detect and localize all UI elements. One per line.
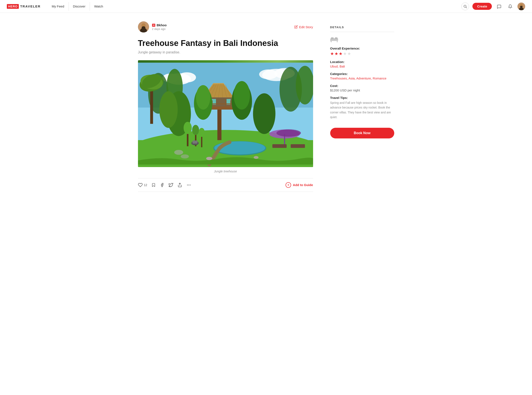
cost-section: Cost: $1200 USD per night bbox=[330, 84, 394, 92]
svg-rect-68 bbox=[192, 140, 197, 143]
star-1: ★ bbox=[330, 51, 334, 56]
share-icon bbox=[178, 183, 182, 187]
svg-rect-83 bbox=[330, 38, 331, 41]
notifications-button[interactable] bbox=[506, 3, 514, 10]
twitter-icon bbox=[168, 183, 173, 187]
author-details: H Bkhoo 2 days ago bbox=[152, 23, 167, 31]
stars-rating: ★ ★ ★ ★ ★ bbox=[330, 51, 394, 56]
edit-story-button[interactable]: Edit Story bbox=[294, 25, 313, 29]
nav-link-discover[interactable]: Discover bbox=[69, 2, 90, 11]
author-badge: H bbox=[152, 24, 156, 27]
add-to-guide-button[interactable]: + Add to Guide bbox=[286, 182, 313, 188]
svg-point-17 bbox=[259, 69, 277, 79]
image-caption: Jungle treehouse bbox=[138, 170, 313, 173]
svg-point-62 bbox=[184, 122, 192, 134]
svg-rect-80 bbox=[335, 37, 337, 39]
author-name[interactable]: Bkhoo bbox=[157, 23, 167, 27]
heart-icon bbox=[138, 183, 143, 187]
svg-point-75 bbox=[188, 185, 189, 186]
book-now-button[interactable]: Book Now bbox=[330, 128, 394, 138]
categories-section: Categories: Treehouses, Asia, Adventure,… bbox=[330, 72, 394, 80]
like-button[interactable]: 12 bbox=[138, 183, 147, 187]
bookmark-icon bbox=[152, 183, 156, 187]
action-bar: 12 bbox=[138, 178, 313, 192]
categories-value[interactable]: Treehouses, Asia, Adventure, Romance bbox=[330, 77, 394, 80]
svg-point-50 bbox=[196, 85, 210, 109]
nav-links: My Feed Discover Watch bbox=[47, 2, 107, 11]
user-avatar[interactable] bbox=[517, 3, 525, 10]
more-icon bbox=[186, 183, 191, 187]
edit-story-label: Edit Story bbox=[299, 25, 313, 29]
svg-point-74 bbox=[187, 185, 188, 186]
facebook-button[interactable] bbox=[160, 183, 164, 187]
nav-right: Create bbox=[461, 3, 525, 10]
bed-icon bbox=[330, 36, 394, 44]
star-3: ★ bbox=[339, 51, 342, 56]
share-button[interactable] bbox=[178, 183, 182, 187]
like-count: 12 bbox=[144, 183, 147, 187]
svg-point-58 bbox=[276, 129, 301, 137]
author-row: H Bkhoo 2 days ago Edit Story bbox=[138, 21, 313, 33]
star-2: ★ bbox=[334, 51, 338, 56]
travel-tips-value: Spring and Fall are high season so book … bbox=[330, 100, 394, 120]
logo[interactable]: HERO TRAVELER bbox=[7, 4, 41, 9]
svg-point-9 bbox=[141, 26, 146, 29]
create-button[interactable]: Create bbox=[472, 3, 492, 10]
logo-text: TRAVELER bbox=[20, 5, 41, 8]
bookmark-button[interactable] bbox=[152, 183, 156, 187]
svg-rect-60 bbox=[291, 144, 305, 148]
travel-tips-label: Travel Tips: bbox=[330, 96, 394, 99]
svg-point-70 bbox=[254, 156, 258, 159]
location-value[interactable]: Ubud, Bali bbox=[330, 65, 394, 68]
author-avatar[interactable] bbox=[138, 21, 149, 33]
main-content: H Bkhoo 2 days ago Edit Story Treehouse … bbox=[138, 21, 313, 192]
logo-box: HERO bbox=[7, 4, 19, 9]
page-container: H Bkhoo 2 days ago Edit Story Treehouse … bbox=[130, 13, 403, 205]
author-info: H Bkhoo 2 days ago bbox=[138, 21, 167, 33]
svg-point-69 bbox=[206, 157, 212, 160]
travel-tips-section: Travel Tips: Spring and Fall are high se… bbox=[330, 96, 394, 120]
categories-label: Categories: bbox=[330, 72, 394, 76]
article-image bbox=[138, 60, 313, 167]
search-button[interactable] bbox=[461, 3, 469, 10]
author-time: 2 days ago bbox=[152, 27, 167, 31]
more-button[interactable] bbox=[186, 183, 191, 187]
svg-point-66 bbox=[199, 128, 205, 137]
svg-point-71 bbox=[174, 150, 183, 155]
twitter-button[interactable] bbox=[168, 183, 173, 187]
svg-line-1 bbox=[466, 7, 467, 8]
svg-point-55 bbox=[159, 91, 178, 128]
svg-point-64 bbox=[192, 125, 199, 135]
location-section: Location: Ubud, Bali bbox=[330, 60, 394, 68]
action-left: 12 bbox=[138, 183, 191, 187]
nav-link-watch[interactable]: Watch bbox=[90, 2, 107, 11]
author-name-row: H Bkhoo bbox=[152, 23, 167, 27]
svg-rect-79 bbox=[331, 37, 334, 39]
overall-experience-section: Overall Experience: ★ ★ ★ ★ ★ bbox=[330, 47, 394, 56]
svg-point-52 bbox=[234, 81, 250, 109]
cost-value: $1200 USD per night bbox=[330, 88, 394, 92]
pencil-icon bbox=[294, 25, 298, 29]
navigation: HERO TRAVELER My Feed Discover Watch Cre… bbox=[0, 0, 532, 13]
article-image-svg bbox=[138, 60, 313, 167]
plus-circle-icon: + bbox=[286, 182, 291, 188]
svg-rect-82 bbox=[337, 41, 338, 42]
svg-point-76 bbox=[190, 185, 191, 186]
svg-point-72 bbox=[181, 154, 189, 158]
add-to-guide-label: Add to Guide bbox=[293, 183, 313, 187]
star-4: ★ bbox=[343, 51, 347, 56]
overall-experience-label: Overall Experience: bbox=[330, 47, 394, 50]
details-sidebar: DETAILS Overall Experience: ★ ★ ★ ★ ★ bbox=[330, 21, 394, 192]
svg-rect-30 bbox=[217, 107, 221, 140]
details-section-title: DETAILS bbox=[330, 26, 394, 32]
messages-button[interactable] bbox=[495, 3, 503, 10]
star-5: ★ bbox=[347, 51, 351, 56]
article-title: Treehouse Fantasy in Bali Indonesia bbox=[138, 38, 313, 48]
svg-point-53 bbox=[253, 93, 275, 134]
nav-link-myfeed[interactable]: My Feed bbox=[47, 2, 68, 11]
article-subtitle: Jungle getaway in paradise. bbox=[138, 50, 313, 54]
svg-point-5 bbox=[520, 6, 523, 8]
search-icon bbox=[463, 5, 467, 8]
svg-rect-59 bbox=[272, 144, 287, 148]
location-label: Location: bbox=[330, 60, 394, 64]
